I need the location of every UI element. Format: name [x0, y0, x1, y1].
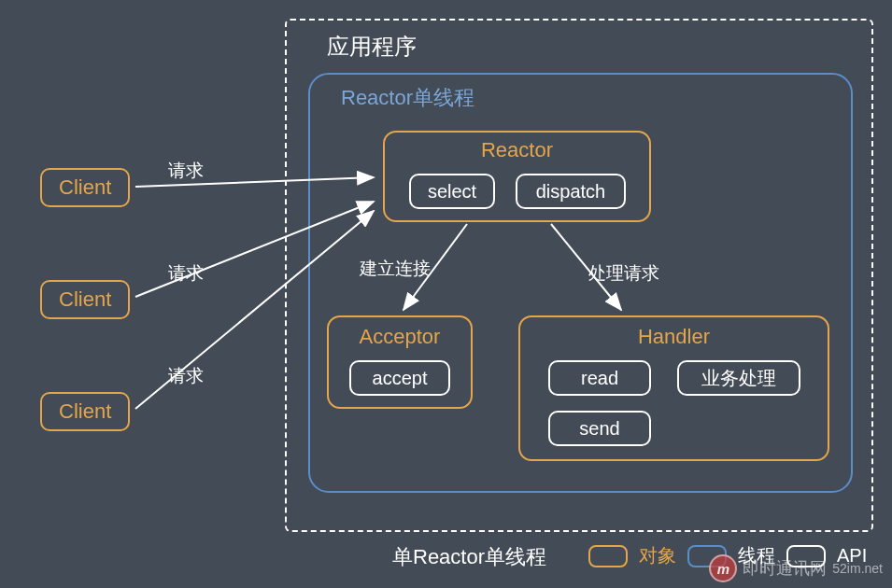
reactor-dispatch-api: dispatch [516, 174, 626, 209]
handler-box: Handler read 业务处理 send [518, 315, 829, 461]
reactor-title: Reactor [385, 138, 649, 162]
watermark-site: 即时通讯网 [743, 557, 827, 580]
handler-title: Handler [520, 325, 828, 349]
watermark-domain: 52im.net [832, 561, 883, 576]
client-2: Client [40, 280, 130, 319]
establish-label: 建立连接 [360, 257, 431, 281]
acceptor-title: Acceptor [329, 325, 471, 349]
process-label: 处理请求 [588, 261, 659, 286]
legend-object-label: 对象 [639, 543, 676, 568]
handler-read-api: read [548, 360, 651, 396]
legend-object-swatch [588, 545, 628, 567]
client-3: Client [40, 392, 130, 431]
request-label-1: 请求 [168, 159, 204, 183]
acceptor-box: Acceptor accept [327, 315, 473, 409]
client-1: Client [40, 168, 130, 207]
request-label-3: 请求 [168, 364, 204, 388]
diagram-caption: 单Reactor单线程 [392, 543, 546, 571]
thread-title: Reactor单线程 [341, 84, 474, 112]
handler-biz-api: 业务处理 [677, 360, 800, 396]
watermark-logo-icon: m [709, 554, 737, 582]
reactor-box: Reactor select dispatch [383, 131, 651, 222]
application-title: 应用程序 [327, 32, 417, 62]
watermark: m 即时通讯网 52im.net [709, 554, 883, 582]
reactor-select-api: select [409, 174, 495, 209]
handler-send-api: send [548, 411, 651, 446]
acceptor-accept-api: accept [349, 360, 450, 396]
request-label-2: 请求 [168, 261, 204, 286]
